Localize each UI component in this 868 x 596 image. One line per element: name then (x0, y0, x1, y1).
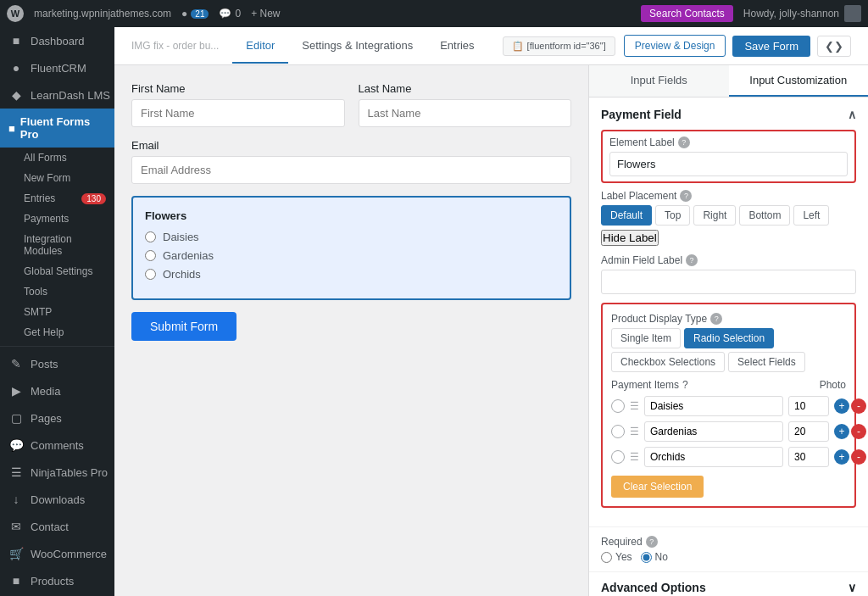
radio-daisies[interactable] (145, 231, 156, 242)
item-actions-1: + - (834, 398, 866, 414)
payment-field-section: Payment Field ∧ Element Label ? (589, 97, 868, 527)
comments-notif[interactable]: 💬 0 (219, 8, 241, 19)
admin-field-label-input[interactable] (601, 270, 856, 294)
sidebar-item-posts[interactable]: ✎ Posts (0, 350, 114, 377)
admin-field-label-info-icon[interactable]: ? (686, 254, 698, 266)
fullscreen-button[interactable]: ❮❯ (817, 36, 851, 57)
item-remove-button-1[interactable]: - (851, 398, 866, 414)
item-remove-button-3[interactable]: - (851, 449, 866, 465)
hide-label-button[interactable]: Hide Label (601, 230, 659, 246)
email-input[interactable] (131, 156, 571, 184)
search-contacts-button[interactable]: Search Contacts (641, 5, 733, 22)
element-label-label: Element Label ? (609, 136, 848, 148)
drag-handle-1[interactable]: ☰ (630, 400, 639, 412)
advanced-options-expand-icon[interactable]: ∨ (848, 581, 856, 594)
sidebar-item-media[interactable]: ▶ Media (0, 377, 114, 404)
learndash-icon: ◆ (8, 87, 24, 103)
payment-items-info-icon[interactable]: ? (682, 379, 688, 391)
item-radio-2 (611, 425, 625, 438)
first-name-input[interactable] (131, 99, 345, 127)
sidebar-item-payments[interactable]: Payments (0, 209, 114, 229)
radio-orchids[interactable] (145, 269, 156, 280)
item-name-input-3[interactable] (644, 447, 783, 467)
sidebar-item-new-form[interactable]: New Form (0, 168, 114, 188)
placement-left-button[interactable]: Left (793, 205, 829, 226)
preview-design-button[interactable]: Preview & Design (624, 35, 726, 57)
tab-input-customization[interactable]: Input Customization (729, 65, 869, 97)
sidebar-item-learndash[interactable]: ◆ LearnDash LMS (0, 81, 114, 109)
save-form-button[interactable]: Save Form (732, 36, 810, 57)
sidebar-item-get-help[interactable]: Get Help (0, 322, 114, 343)
product-display-type-info-icon[interactable]: ? (710, 313, 722, 325)
item-price-input-3[interactable] (788, 447, 829, 467)
item-price-input-1[interactable] (788, 396, 829, 416)
required-no-radio[interactable] (641, 552, 652, 563)
payment-item-row-1: ☰ + - (611, 396, 846, 416)
sidebar-item-contact[interactable]: ✉ Contact (0, 513, 114, 540)
tab-settings-integrations[interactable]: Settings & Integrations (288, 29, 426, 64)
admin-field-label-label: Admin Field Label ? (601, 254, 856, 266)
label-placement-info-icon[interactable]: ? (680, 190, 692, 202)
drag-handle-3[interactable]: ☰ (630, 451, 639, 463)
item-price-input-2[interactable] (788, 421, 829, 442)
drag-handle-2[interactable]: ☰ (630, 426, 639, 437)
sidebar-item-global-settings[interactable]: Global Settings (0, 261, 114, 281)
placement-right-button[interactable]: Right (693, 205, 736, 226)
placement-top-button[interactable]: Top (655, 205, 690, 226)
notifications[interactable]: ● 21 (181, 8, 209, 19)
display-select-fields-button[interactable]: Select Fields (728, 352, 805, 372)
submit-form-button[interactable]: Submit Form (131, 312, 236, 341)
sidebar-item-fluentcrm[interactable]: ● FluentCRM (0, 54, 114, 81)
sidebar-item-dashboard[interactable]: ■ Dashboard (0, 27, 114, 54)
placement-default-button[interactable]: Default (601, 205, 652, 226)
sidebar: ■ Dashboard ● FluentCRM ◆ LearnDash LMS … (0, 27, 114, 596)
label-placement-row: Label Placement ? Default Top Right Bott… (601, 190, 856, 246)
display-checkbox-selections-button[interactable]: Checkbox Selections (611, 352, 725, 372)
sidebar-item-pages[interactable]: ▢ Pages (0, 404, 114, 432)
builder-area: First Name Last Name Email Flowers (114, 65, 868, 596)
first-name-label: First Name (131, 82, 345, 95)
user-info: Howdy, jolly-shannon (743, 5, 861, 22)
payment-field-collapse-icon[interactable]: ∧ (848, 108, 856, 121)
sidebar-item-ninja-tables[interactable]: ☰ NinjaTables Pro (0, 459, 114, 486)
sidebar-item-smtp[interactable]: SMTP (0, 302, 114, 322)
sidebar-item-products[interactable]: ■ Products (0, 567, 114, 594)
sidebar-item-integration-modules[interactable]: Integration Modules (0, 229, 114, 261)
item-add-button-3[interactable]: + (834, 449, 849, 465)
item-add-button-1[interactable]: + (834, 398, 849, 414)
required-yes-radio[interactable] (601, 552, 612, 563)
sidebar-item-entries[interactable]: Entries 130 (0, 188, 114, 209)
item-add-button-2[interactable]: + (834, 424, 849, 439)
shortcode-icon: 📋 (512, 41, 524, 52)
sidebar-item-downloads[interactable]: ↓ Downloads (0, 486, 114, 513)
sidebar-item-tools[interactable]: Tools (0, 281, 114, 302)
tab-entries[interactable]: Entries (426, 29, 487, 64)
last-name-field: Last Name (359, 82, 572, 127)
new-button[interactable]: + New (251, 8, 280, 19)
payment-field: Flowers Daisies Gardenias Orchids (131, 196, 571, 300)
display-single-item-button[interactable]: Single Item (611, 328, 681, 348)
payment-item-row-3: ☰ + - (611, 447, 846, 467)
required-row: Yes No (601, 551, 856, 563)
tab-input-fields[interactable]: Input Fields (589, 65, 729, 97)
element-label-info-icon[interactable]: ? (678, 136, 690, 148)
element-label-input[interactable] (609, 152, 848, 176)
display-radio-selection-button[interactable]: Radio Selection (684, 328, 774, 348)
fluent-forms-header[interactable]: ■ Fluent Forms Pro (0, 109, 114, 148)
placement-bottom-button[interactable]: Bottom (739, 205, 790, 226)
sidebar-item-woocommerce[interactable]: 🛒 WooCommerce (0, 540, 114, 567)
dashboard-icon: ■ (8, 33, 24, 48)
clear-selection-button[interactable]: Clear Selection (611, 476, 704, 498)
tab-editor[interactable]: Editor (232, 29, 288, 64)
last-name-input[interactable] (359, 99, 572, 127)
panel-tabs: Input Fields Input Customization (589, 65, 868, 97)
shortcode-box[interactable]: 📋 [fluentform id="36"] (503, 36, 615, 56)
admin-field-label-row: Admin Field Label ? (601, 254, 856, 294)
radio-gardenias[interactable] (145, 250, 156, 261)
item-remove-button-2[interactable]: - (851, 424, 866, 439)
sidebar-item-all-forms[interactable]: All Forms (0, 148, 114, 168)
item-name-input-2[interactable] (644, 421, 783, 442)
sidebar-item-comments[interactable]: 💬 Comments (0, 432, 114, 459)
required-info-icon[interactable]: ? (646, 536, 658, 548)
item-name-input-1[interactable] (644, 396, 783, 416)
